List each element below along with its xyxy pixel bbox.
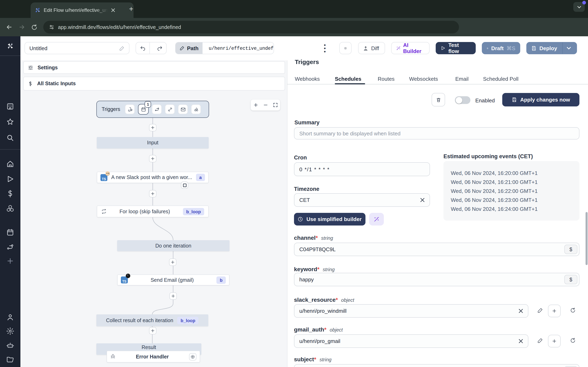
- input-node[interactable]: Input: [97, 137, 209, 149]
- windmill-logo[interactable]: [6, 42, 14, 50]
- all-static-inputs-row[interactable]: All Static Inputs: [23, 77, 285, 91]
- workspace-icon[interactable]: [6, 102, 14, 110]
- slack-step-node[interactable]: TS A new Slack post with a given wor... …: [97, 172, 209, 183]
- back-icon[interactable]: [6, 24, 13, 31]
- subject-dollar-button[interactable]: $: [564, 366, 577, 367]
- email-trigger-icon[interactable]: [178, 104, 188, 114]
- favorites-star-icon[interactable]: [6, 118, 14, 126]
- error-handler-node[interactable]: Error Handler: [107, 351, 200, 363]
- route-trigger-icon[interactable]: [152, 104, 162, 114]
- fit-view-icon[interactable]: [273, 102, 278, 108]
- collect-result-node[interactable]: Collect result of each iteration b_loop: [96, 314, 208, 326]
- redo-icon[interactable]: [153, 45, 166, 51]
- keyword-input[interactable]: happy $: [294, 273, 579, 286]
- schedule-trigger-icon[interactable]: 1: [138, 104, 149, 115]
- flow-settings-row[interactable]: Settings: [23, 61, 285, 74]
- edit-gmail-auth-icon[interactable]: [537, 338, 543, 343]
- deploy-button[interactable]: Deploy: [526, 42, 577, 54]
- clear-gmail-auth-icon[interactable]: [519, 339, 523, 343]
- tab-schedules[interactable]: Schedules: [335, 76, 361, 82]
- tab-webhooks[interactable]: Webhooks: [295, 76, 320, 82]
- docs-button[interactable]: [339, 42, 352, 54]
- apply-changes-button[interactable]: Apply changes now: [502, 93, 579, 106]
- browser-tab[interactable]: Edit Flow u/henri/effective_un: [31, 2, 134, 18]
- gmail-auth-input[interactable]: u/henri/pro_gmail: [294, 334, 528, 348]
- refresh-slack-resource-icon[interactable]: [570, 308, 576, 313]
- add-step-button[interactable]: [169, 292, 177, 300]
- stop-after-step-button[interactable]: [181, 182, 188, 189]
- tab-websockets[interactable]: Websockets: [409, 76, 438, 82]
- path-input[interactable]: u/henri/effective_undef: [205, 45, 274, 51]
- reload-icon[interactable]: [31, 24, 38, 30]
- variables-icon[interactable]: [6, 190, 14, 198]
- ai-builder-button[interactable]: AI Builder: [391, 42, 430, 54]
- more-options-icon[interactable]: •••: [324, 43, 326, 53]
- ai-cron-wand-button[interactable]: [369, 213, 384, 225]
- routes-icon[interactable]: [6, 243, 14, 251]
- folders-icon[interactable]: [6, 355, 14, 363]
- home-icon[interactable]: [6, 160, 14, 168]
- channel-input[interactable]: C04P9T8QC9L $: [294, 243, 579, 256]
- add-step-button[interactable]: [169, 259, 176, 266]
- resources-icon[interactable]: [6, 204, 14, 212]
- do-one-iteration-node[interactable]: Do one iteration: [117, 240, 229, 251]
- tab-email[interactable]: Email: [455, 76, 468, 82]
- deploy-dropdown-icon[interactable]: [567, 46, 571, 50]
- add-slack-resource-button[interactable]: [548, 305, 561, 317]
- timezone-input[interactable]: CET: [294, 193, 430, 207]
- refresh-gmail-auth-icon[interactable]: [570, 338, 576, 343]
- undo-icon[interactable]: [136, 42, 150, 54]
- workers-icon[interactable]: [6, 341, 14, 350]
- add-step-button[interactable]: [149, 190, 156, 197]
- edit-slack-resource-icon[interactable]: [537, 308, 543, 313]
- websocket-trigger-icon[interactable]: [165, 104, 175, 114]
- subject-input[interactable]: $: [294, 364, 579, 367]
- enabled-toggle[interactable]: [455, 96, 470, 104]
- schedules-icon[interactable]: [6, 228, 14, 236]
- zoom-in-icon[interactable]: [253, 102, 258, 108]
- webhook-trigger-icon[interactable]: [125, 104, 135, 114]
- user-icon[interactable]: [6, 313, 14, 321]
- draft-button[interactable]: Draft ⌘S: [482, 42, 520, 54]
- zoom-out-icon[interactable]: [263, 102, 268, 108]
- clear-timezone-icon[interactable]: [420, 198, 425, 202]
- edit-pencil-icon[interactable]: [119, 45, 125, 51]
- send-email-node[interactable]: TS Send Email (gmail) b: [117, 275, 229, 285]
- forloop-node[interactable]: For loop (skip failures) b_loop: [97, 206, 209, 217]
- add-step-button[interactable]: [149, 124, 156, 131]
- add-step-button[interactable]: [149, 155, 156, 162]
- simplified-builder-button[interactable]: Use simplified builder: [294, 213, 365, 225]
- add-step-button[interactable]: [149, 327, 156, 334]
- add-gmail-auth-button[interactable]: [548, 335, 561, 347]
- diff-button[interactable]: Diff: [358, 42, 385, 54]
- test-flow-button[interactable]: Test flow: [436, 42, 476, 54]
- url-bar[interactable]: app.windmill.dev/flows/edit/u/henri/effe…: [43, 21, 459, 33]
- scheduled-poll-trigger-icon[interactable]: [191, 104, 201, 114]
- new-tab-button[interactable]: +: [129, 5, 133, 13]
- panel-scrollbar[interactable]: [586, 212, 588, 265]
- tab-scheduled-poll[interactable]: Scheduled Poll: [483, 76, 518, 82]
- add-icon[interactable]: [6, 257, 14, 265]
- keyword-dollar-button[interactable]: $: [564, 275, 577, 284]
- browser-tab-strip: Edit Flow u/henri/effective_un +: [0, 0, 588, 18]
- error-handler-add-icon[interactable]: [189, 353, 196, 360]
- test-flow-label: Test flow: [448, 42, 471, 54]
- channel-dollar-button[interactable]: $: [564, 245, 577, 254]
- forward-icon[interactable]: [18, 24, 25, 31]
- url-text: app.windmill.dev/flows/edit/u/henri/effe…: [58, 24, 181, 30]
- runs-icon[interactable]: [6, 175, 14, 183]
- flow-canvas[interactable]: Settings All Static Inputs Triggers 1: [20, 60, 287, 367]
- search-icon[interactable]: [6, 134, 14, 142]
- tab-routes[interactable]: Routes: [378, 76, 394, 82]
- tab-close-icon[interactable]: [111, 8, 115, 12]
- clear-slack-resource-icon[interactable]: [519, 309, 523, 313]
- cron-input[interactable]: 0 */1 * * * *: [294, 162, 430, 176]
- site-info-icon[interactable]: [49, 25, 54, 30]
- delete-schedule-button[interactable]: [432, 93, 445, 106]
- slack-resource-input[interactable]: u/henri/pro_windmill: [294, 304, 528, 318]
- triggers-node[interactable]: Triggers 1: [96, 101, 209, 118]
- settings-gear-icon[interactable]: [6, 327, 14, 335]
- flow-name-box[interactable]: Untitled: [25, 42, 130, 54]
- path-button[interactable]: Path: [176, 42, 203, 54]
- summary-input[interactable]: Short summary to be displayed when liste…: [294, 127, 579, 140]
